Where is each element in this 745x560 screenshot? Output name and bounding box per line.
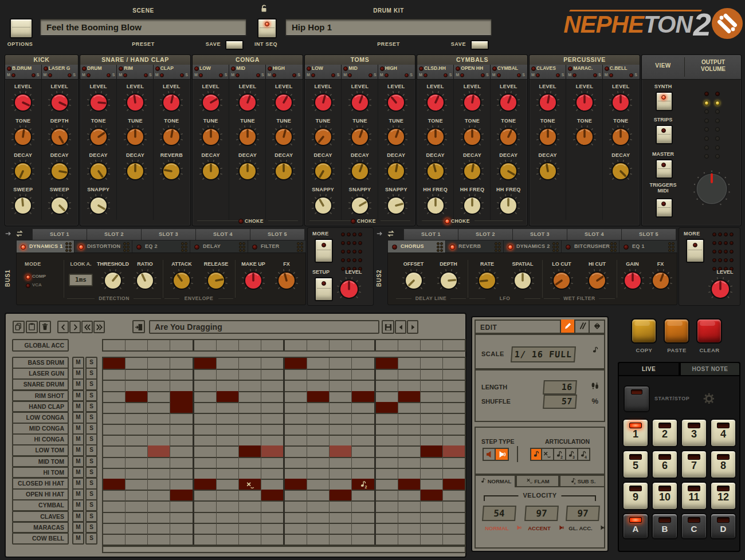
step-cell[interactable] [376,391,398,402]
pad-4[interactable]: 4 [710,419,736,447]
row-mute-button[interactable]: M [72,357,84,369]
step-type-soft-button[interactable] [483,448,496,461]
global-acc-step[interactable] [170,340,194,350]
step-cell[interactable] [261,468,285,479]
step-cell[interactable] [376,435,398,445]
step-cell[interactable] [126,512,148,523]
paste-step-button[interactable] [26,321,38,333]
edit-random-button[interactable] [589,320,605,333]
effect-led[interactable] [21,244,26,250]
step-cell[interactable] [170,413,194,424]
step-cell[interactable] [398,490,421,500]
step-cell[interactable] [285,512,307,523]
step-cell[interactable] [376,523,398,534]
mute-led[interactable] [87,73,91,77]
global-acc-step[interactable] [307,340,330,350]
step-cell[interactable] [285,380,307,391]
bus-knob[interactable] [548,268,575,293]
mute-led[interactable] [536,73,540,77]
solo-led[interactable] [256,73,260,77]
step-cell[interactable] [103,391,126,402]
step-cell[interactable] [261,523,285,534]
step-cell[interactable] [443,479,465,490]
bus-slot-tab[interactable]: SLOT 1 [32,228,87,240]
step-cell[interactable] [330,445,352,456]
step-cell[interactable] [194,380,217,391]
step-cell[interactable] [307,512,330,523]
step-cell[interactable] [217,380,239,391]
step-cell[interactable] [398,380,421,391]
step-cell[interactable] [421,391,443,402]
pad-B[interactable]: B [652,513,678,539]
row-mute-button[interactable]: M [72,467,84,479]
step-cell[interactable] [239,445,261,456]
step-cell[interactable] [126,468,148,479]
global-acc-step[interactable] [421,340,443,350]
step-cell[interactable] [239,391,261,402]
mute-led[interactable] [424,73,428,77]
articulation-sub4-button[interactable]: 4 [578,448,590,461]
step-cell[interactable] [376,358,398,369]
row-mute-button[interactable]: M [72,378,84,391]
step-cell[interactable] [148,402,170,413]
step-cell[interactable] [170,534,194,545]
knob-control[interactable] [422,193,449,218]
drumkit-save-button[interactable] [470,40,489,50]
knob-control[interactable] [270,159,297,184]
row-solo-button[interactable]: S [85,357,97,369]
step-cell[interactable] [194,445,217,456]
step-cell[interactable] [285,490,307,500]
step-cell[interactable] [170,424,194,435]
articulation-sub3-button[interactable]: 3 [566,448,578,461]
step-cell[interactable] [285,523,307,534]
step-cell[interactable] [239,490,261,500]
row-solo-button[interactable]: S [85,378,97,391]
row-mute-button[interactable]: M [72,456,84,468]
effect-led[interactable] [136,244,142,250]
knob-control[interactable] [422,124,449,149]
row-solo-button[interactable]: S [85,467,97,479]
articulation-tab-normal[interactable]: NORMAL [475,475,516,487]
step-cell[interactable] [421,490,443,500]
solo-led[interactable] [32,73,36,77]
step-cell[interactable] [398,457,421,468]
mute-led[interactable] [160,73,164,77]
step-cell[interactable] [443,523,465,534]
step-cell[interactable] [352,402,375,413]
step-cell[interactable] [194,358,217,369]
step-cell[interactable] [330,523,352,534]
step-cell[interactable] [217,445,239,456]
bus-effect-slot-filter[interactable]: FILTER [248,240,306,254]
bus-knob[interactable] [202,268,230,293]
mute-led[interactable] [199,73,203,77]
step-cell[interactable] [285,457,307,468]
step-cell[interactable] [421,500,443,511]
edit-eraser-button[interactable] [574,320,590,333]
step-cell[interactable] [126,424,148,435]
step-cell[interactable] [126,523,148,534]
step-cell[interactable] [170,479,194,490]
step-cell[interactable] [421,468,443,479]
step-cell[interactable] [217,512,239,523]
knob-control[interactable] [121,90,149,115]
step-cell[interactable] [421,479,443,490]
step-cell[interactable] [239,413,261,424]
step-cell[interactable] [421,534,443,545]
solo-led[interactable] [629,73,633,77]
row-mute-button[interactable]: M [72,488,84,500]
mute-led[interactable] [348,73,352,77]
step-cell[interactable] [421,424,443,435]
step-cell[interactable] [285,468,307,479]
pad-10[interactable]: 10 [652,482,678,510]
velocity-value-1[interactable]: 97 [524,506,559,521]
step-cell[interactable] [285,413,307,424]
step-cell[interactable] [421,512,443,523]
effect-led[interactable] [392,244,397,250]
step-cell[interactable] [103,512,126,523]
bus-setup-button[interactable] [315,277,333,301]
step-cell[interactable] [194,369,217,380]
grid-scrollbar[interactable] [102,546,466,553]
step-cell[interactable] [217,534,239,545]
pad-1[interactable]: 1 [622,419,649,447]
knob-control[interactable] [158,90,185,115]
